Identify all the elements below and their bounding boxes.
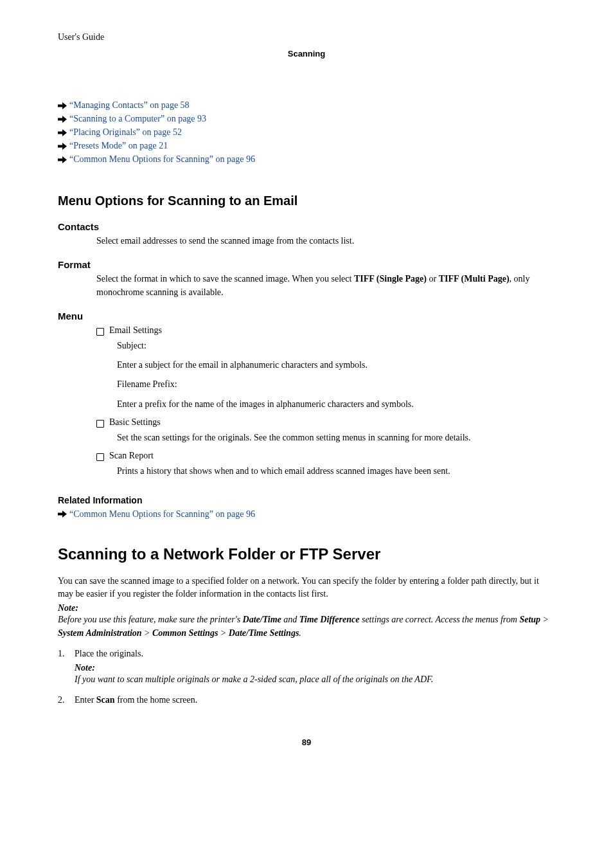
step-number: 2.: [58, 695, 75, 705]
text-span: from the home screen.: [115, 695, 198, 705]
arrow-right-icon: [58, 129, 67, 136]
link-text: “Common Menu Options for Scanning” on pa…: [69, 154, 255, 165]
bullet-scan-report: Scan Report: [96, 451, 555, 461]
step-number: 1.: [58, 649, 75, 686]
format-description: Select the format in which to save the s…: [96, 273, 555, 299]
subheading-menu: Menu: [58, 311, 555, 321]
subject-label: Subject:: [117, 339, 555, 352]
text-bold: TIFF (Multi Page): [439, 274, 510, 284]
step-1: 1. Place the originals. Note: If you wan…: [58, 649, 555, 686]
section-heading-network-folder: Scanning to a Network Folder or FTP Serv…: [58, 545, 555, 563]
link-text: “Placing Originals” on page 52: [69, 127, 182, 138]
note-bold: Date/Time: [243, 615, 281, 624]
note-bold: Common Settings: [152, 628, 218, 638]
text-span: Select the format in which to save the s…: [96, 274, 354, 284]
arrow-right-icon: [58, 511, 67, 518]
text-span: or: [427, 274, 439, 284]
header-section-title: Scanning: [58, 49, 555, 59]
bullet-basic-settings: Basic Settings: [96, 417, 555, 428]
header-guide: User's Guide: [58, 32, 555, 42]
note-bold: Time Difference: [299, 615, 360, 624]
note-bold: Date/Time Settings: [229, 628, 299, 638]
link-text: “Managing Contacts” on page 58: [69, 100, 190, 111]
link-text: “Scanning to a Computer” on page 93: [69, 114, 206, 124]
contacts-description: Select email addresses to send the scann…: [96, 235, 555, 248]
link-item[interactable]: “Presets Mode” on page 21: [58, 141, 555, 151]
text-span: Enter: [75, 695, 96, 705]
section-heading-menu-options: Menu Options for Scanning to an Email: [58, 194, 555, 208]
subheading-format: Format: [58, 259, 555, 270]
link-item[interactable]: “Placing Originals” on page 52: [58, 127, 555, 138]
text-bold: Scan: [96, 695, 115, 705]
square-bullet-icon: [96, 328, 104, 336]
basic-settings-text: Set the scan settings for the originals.…: [117, 431, 555, 444]
bullet-label: Basic Settings: [109, 417, 161, 428]
bullet-label: Email Settings: [109, 325, 162, 336]
note-span: Before you use this feature, make sure t…: [58, 615, 243, 624]
bullet-label: Scan Report: [109, 451, 154, 461]
bullet-email-settings: Email Settings: [96, 325, 555, 336]
link-item[interactable]: “Managing Contacts” on page 58: [58, 100, 555, 111]
note-bold: Setup: [519, 615, 540, 624]
page-number: 89: [58, 737, 555, 747]
note-body: Before you use this feature, make sure t…: [58, 613, 555, 640]
filename-label: Filename Prefix:: [117, 378, 555, 391]
text-bold: TIFF (Single Page): [354, 274, 427, 284]
note-span: >: [142, 628, 152, 638]
filename-text: Enter a prefix for the name of the image…: [117, 398, 555, 411]
step-note-text: If you want to scan multiple originals o…: [75, 673, 555, 686]
link-item[interactable]: “Common Menu Options for Scanning” on pa…: [58, 509, 555, 520]
arrow-right-icon: [58, 116, 67, 123]
step-text: Place the originals.: [75, 649, 555, 659]
subject-text: Enter a subject for the email in alphanu…: [117, 359, 555, 372]
note-span: .: [299, 628, 301, 638]
top-link-list: “Managing Contacts” on page 58 “Scanning…: [58, 100, 555, 165]
scan-report-text: Prints a history that shows when and to …: [117, 465, 555, 478]
square-bullet-icon: [96, 420, 104, 428]
link-text: “Common Menu Options for Scanning” on pa…: [69, 509, 255, 520]
link-item[interactable]: “Scanning to a Computer” on page 93: [58, 114, 555, 124]
step-text: Enter Scan from the home screen.: [75, 695, 555, 705]
note-bold: System Administration: [58, 628, 142, 638]
arrow-right-icon: [58, 156, 67, 163]
square-bullet-icon: [96, 453, 104, 461]
note-span: settings are correct. Access the menus f…: [359, 615, 519, 624]
step-note-label: Note:: [75, 663, 555, 673]
step-2: 2. Enter Scan from the home screen.: [58, 695, 555, 705]
note-span: and: [281, 615, 299, 624]
note-span: >: [540, 615, 549, 624]
arrow-right-icon: [58, 102, 67, 109]
note-span: >: [218, 628, 228, 638]
note-label: Note:: [58, 603, 555, 613]
related-information-heading: Related Information: [58, 495, 555, 505]
subheading-contacts: Contacts: [58, 221, 555, 232]
network-folder-intro: You can save the scanned image to a spec…: [58, 575, 555, 601]
link-item[interactable]: “Common Menu Options for Scanning” on pa…: [58, 154, 555, 165]
link-text: “Presets Mode” on page 21: [69, 141, 168, 151]
arrow-right-icon: [58, 143, 67, 150]
